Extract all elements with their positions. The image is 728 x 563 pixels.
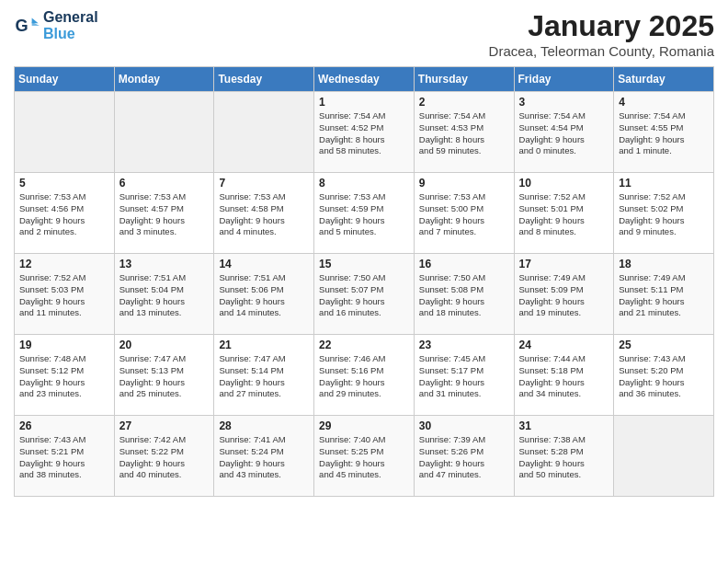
calendar-cell: 13Sunrise: 7:51 AMSunset: 5:04 PMDayligh… [114, 254, 214, 335]
day-number: 19 [19, 339, 109, 351]
day-number: 15 [319, 258, 409, 270]
calendar-cell: 10Sunrise: 7:52 AMSunset: 5:01 PMDayligh… [514, 173, 614, 254]
week-row-5: 26Sunrise: 7:43 AMSunset: 5:21 PMDayligh… [15, 416, 714, 497]
calendar-cell: 25Sunrise: 7:43 AMSunset: 5:20 PMDayligh… [614, 335, 714, 416]
calendar-cell: 4Sunrise: 7:54 AMSunset: 4:55 PMDaylight… [614, 92, 714, 173]
day-number: 20 [119, 339, 210, 351]
cell-content: Sunrise: 7:43 AMSunset: 5:20 PMDaylight:… [619, 353, 709, 400]
cell-content: Sunrise: 7:53 AMSunset: 4:56 PMDaylight:… [19, 191, 109, 238]
week-row-3: 12Sunrise: 7:52 AMSunset: 5:03 PMDayligh… [15, 254, 714, 335]
cell-content: Sunrise: 7:47 AMSunset: 5:13 PMDaylight:… [119, 353, 210, 400]
calendar-cell [15, 92, 115, 173]
calendar-cell: 19Sunrise: 7:48 AMSunset: 5:12 PMDayligh… [15, 335, 115, 416]
col-header-monday: Monday [114, 67, 214, 92]
logo: G General Blue [14, 9, 98, 43]
calendar-cell: 6Sunrise: 7:53 AMSunset: 4:57 PMDaylight… [114, 173, 214, 254]
day-number: 6 [119, 177, 210, 190]
day-number: 2 [419, 96, 509, 109]
calendar-cell: 20Sunrise: 7:47 AMSunset: 5:13 PMDayligh… [114, 335, 214, 416]
header: G General Blue January 2025 Dracea, Tele… [14, 9, 714, 59]
day-number: 1 [319, 96, 409, 109]
day-number: 22 [319, 339, 409, 351]
day-number: 13 [119, 258, 210, 270]
day-number: 31 [519, 419, 609, 432]
cell-content: Sunrise: 7:52 AMSunset: 5:01 PMDaylight:… [519, 191, 609, 238]
calendar-cell: 30Sunrise: 7:39 AMSunset: 5:26 PMDayligh… [414, 416, 514, 497]
calendar-title: January 2025 [489, 9, 714, 43]
day-number: 9 [419, 177, 509, 190]
cell-content: Sunrise: 7:48 AMSunset: 5:12 PMDaylight:… [19, 353, 109, 400]
cell-content: Sunrise: 7:52 AMSunset: 5:02 PMDaylight:… [619, 191, 709, 238]
day-number: 21 [219, 339, 309, 351]
cell-content: Sunrise: 7:50 AMSunset: 5:08 PMDaylight:… [419, 272, 509, 319]
cell-content: Sunrise: 7:54 AMSunset: 4:54 PMDaylight:… [519, 110, 609, 157]
cell-content: Sunrise: 7:53 AMSunset: 4:59 PMDaylight:… [319, 191, 409, 238]
col-header-tuesday: Tuesday [214, 67, 314, 92]
col-header-saturday: Saturday [614, 67, 714, 92]
calendar-cell: 8Sunrise: 7:53 AMSunset: 4:59 PMDaylight… [314, 173, 415, 254]
cell-content: Sunrise: 7:41 AMSunset: 5:24 PMDaylight:… [219, 434, 309, 481]
day-number: 8 [319, 177, 409, 190]
calendar-cell: 17Sunrise: 7:49 AMSunset: 5:09 PMDayligh… [514, 254, 614, 335]
cell-content: Sunrise: 7:43 AMSunset: 5:21 PMDaylight:… [19, 434, 109, 481]
cell-content: Sunrise: 7:51 AMSunset: 5:06 PMDaylight:… [219, 272, 309, 319]
calendar-cell: 23Sunrise: 7:45 AMSunset: 5:17 PMDayligh… [414, 335, 514, 416]
title-block: January 2025 Dracea, Teleorman County, R… [489, 9, 714, 59]
cell-content: Sunrise: 7:49 AMSunset: 5:11 PMDaylight:… [619, 272, 709, 319]
cell-content: Sunrise: 7:45 AMSunset: 5:17 PMDaylight:… [419, 353, 509, 400]
calendar-cell [114, 92, 214, 173]
calendar-cell: 27Sunrise: 7:42 AMSunset: 5:22 PMDayligh… [114, 416, 214, 497]
cell-content: Sunrise: 7:52 AMSunset: 5:03 PMDaylight:… [19, 272, 109, 319]
day-number: 23 [419, 339, 509, 351]
calendar-cell: 12Sunrise: 7:52 AMSunset: 5:03 PMDayligh… [15, 254, 115, 335]
day-number: 29 [319, 419, 409, 432]
calendar-cell: 26Sunrise: 7:43 AMSunset: 5:21 PMDayligh… [15, 416, 115, 497]
calendar-cell: 11Sunrise: 7:52 AMSunset: 5:02 PMDayligh… [614, 173, 714, 254]
calendar-cell: 1Sunrise: 7:54 AMSunset: 4:52 PMDaylight… [314, 92, 415, 173]
cell-content: Sunrise: 7:47 AMSunset: 5:14 PMDaylight:… [219, 353, 309, 400]
calendar-cell: 15Sunrise: 7:50 AMSunset: 5:07 PMDayligh… [314, 254, 415, 335]
calendar-cell: 2Sunrise: 7:54 AMSunset: 4:53 PMDaylight… [414, 92, 514, 173]
cell-content: Sunrise: 7:54 AMSunset: 4:53 PMDaylight:… [419, 110, 509, 157]
calendar-subtitle: Dracea, Teleorman County, Romania [489, 43, 714, 59]
logo-icon: G [14, 13, 40, 39]
cell-content: Sunrise: 7:44 AMSunset: 5:18 PMDaylight:… [519, 353, 609, 400]
cell-content: Sunrise: 7:38 AMSunset: 5:28 PMDaylight:… [519, 434, 609, 481]
cell-content: Sunrise: 7:54 AMSunset: 4:52 PMDaylight:… [319, 110, 409, 157]
day-number: 25 [619, 339, 709, 351]
cell-content: Sunrise: 7:50 AMSunset: 5:07 PMDaylight:… [319, 272, 409, 319]
day-number: 10 [519, 177, 609, 190]
calendar-cell: 28Sunrise: 7:41 AMSunset: 5:24 PMDayligh… [214, 416, 314, 497]
day-number: 18 [619, 258, 709, 270]
calendar-cell: 5Sunrise: 7:53 AMSunset: 4:56 PMDaylight… [15, 173, 115, 254]
calendar-cell: 29Sunrise: 7:40 AMSunset: 5:25 PMDayligh… [314, 416, 415, 497]
cell-content: Sunrise: 7:42 AMSunset: 5:22 PMDaylight:… [119, 434, 210, 481]
col-header-friday: Friday [514, 67, 614, 92]
cell-content: Sunrise: 7:53 AMSunset: 4:57 PMDaylight:… [119, 191, 210, 238]
week-row-2: 5Sunrise: 7:53 AMSunset: 4:56 PMDaylight… [15, 173, 714, 254]
day-number: 26 [19, 419, 109, 432]
day-number: 17 [519, 258, 609, 270]
svg-text:G: G [15, 17, 28, 35]
week-row-4: 19Sunrise: 7:48 AMSunset: 5:12 PMDayligh… [15, 335, 714, 416]
cell-content: Sunrise: 7:40 AMSunset: 5:25 PMDaylight:… [319, 434, 409, 481]
calendar-cell [214, 92, 314, 173]
day-number: 5 [19, 177, 109, 190]
calendar-cell: 7Sunrise: 7:53 AMSunset: 4:58 PMDaylight… [214, 173, 314, 254]
cell-content: Sunrise: 7:51 AMSunset: 5:04 PMDaylight:… [119, 272, 210, 319]
calendar-cell: 18Sunrise: 7:49 AMSunset: 5:11 PMDayligh… [614, 254, 714, 335]
logo-blue: Blue [43, 26, 98, 42]
day-number: 30 [419, 419, 509, 432]
col-header-sunday: Sunday [15, 67, 115, 92]
cell-content: Sunrise: 7:49 AMSunset: 5:09 PMDaylight:… [519, 272, 609, 319]
calendar-cell: 3Sunrise: 7:54 AMSunset: 4:54 PMDaylight… [514, 92, 614, 173]
day-number: 24 [519, 339, 609, 351]
calendar-cell: 14Sunrise: 7:51 AMSunset: 5:06 PMDayligh… [214, 254, 314, 335]
cell-content: Sunrise: 7:53 AMSunset: 5:00 PMDaylight:… [419, 191, 509, 238]
calendar-cell: 16Sunrise: 7:50 AMSunset: 5:08 PMDayligh… [414, 254, 514, 335]
col-header-wednesday: Wednesday [314, 67, 415, 92]
day-number: 11 [619, 177, 709, 190]
week-row-1: 1Sunrise: 7:54 AMSunset: 4:52 PMDaylight… [15, 92, 714, 173]
calendar-table: SundayMondayTuesdayWednesdayThursdayFrid… [14, 66, 714, 497]
logo-general: General [43, 9, 98, 26]
